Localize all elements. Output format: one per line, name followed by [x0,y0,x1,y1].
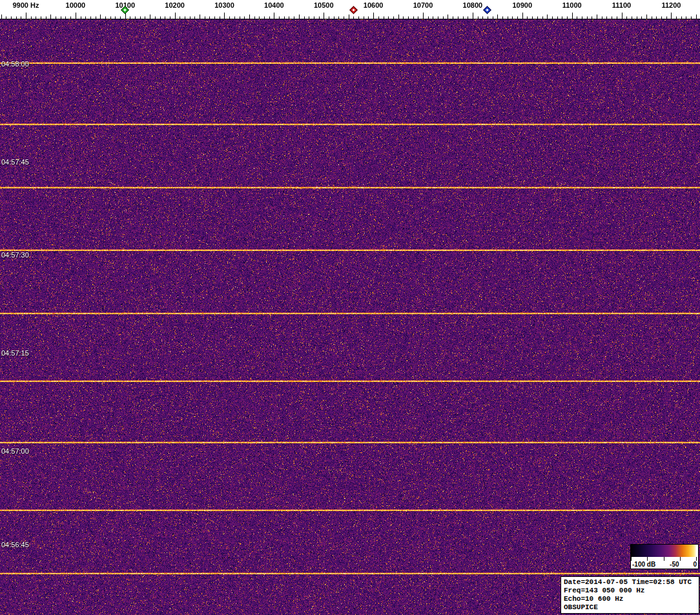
ruler-tick-label: 10900 [512,1,532,9]
info-box: Date=2014-07-05 Time=02:58 UTC Freq=143 … [561,576,699,614]
ruler-tick-label: 11000 [562,1,582,9]
info-echo-line: Echo=10 600 Hz [564,595,697,603]
colorbar-gradient [631,545,697,561]
ruler-tick-label: 10400 [264,1,284,9]
colorbar-min-label: -100 dB [632,561,655,568]
time-axis-label: 04:57:30 [1,251,29,259]
info-station-line: OBSUPICE [564,603,697,612]
time-axis-label: 04:57:15 [1,349,29,357]
time-axis-label: 04:57:00 [1,447,29,455]
info-freq-line: Freq=143 050 000 Hz [564,587,697,595]
freq-marker-core [352,8,355,11]
frequency-ruler[interactable]: 9900 Hz100001010010200103001040010500106… [0,0,700,19]
ruler-tick-label: 11100 [612,1,631,9]
ruler-tick-label: 10800 [463,1,483,9]
ruler-tick-label: 10600 [364,1,384,9]
ruler-tick-label: 10300 [214,1,234,9]
ruler-tick-label: 10000 [66,1,86,9]
waterfall-area[interactable]: 04:58:0004:57:4504:57:3004:57:1504:57:00… [0,19,700,615]
ruler-tick-label: 9900 Hz [12,1,39,9]
info-date-line: Date=2014-07-05 Time=02:58 UTC [564,578,697,587]
freq-marker-core [486,8,489,11]
time-axis-label: 04:57:45 [1,158,29,166]
spectrogram-canvas[interactable] [0,19,700,615]
freq-marker-core [124,8,127,11]
time-axis-label: 04:58:00 [1,60,29,68]
colorbar-labels: -100 dB -50 0 [631,561,698,569]
ruler-tick-label: 10700 [413,1,433,9]
time-axis-label: 04:56:45 [1,541,29,549]
ruler-tick-label: 10500 [314,1,334,9]
colorbar-mid-label: -50 [670,561,679,568]
colorbar-legend: -100 dB -50 0 [630,544,699,569]
spectrogram-window: 9900 Hz100001010010200103001040010500106… [0,0,700,615]
ruler-tick-label: 11200 [661,1,681,9]
ruler-tick-label: 10200 [165,1,185,9]
colorbar-max-label: 0 [693,561,697,568]
